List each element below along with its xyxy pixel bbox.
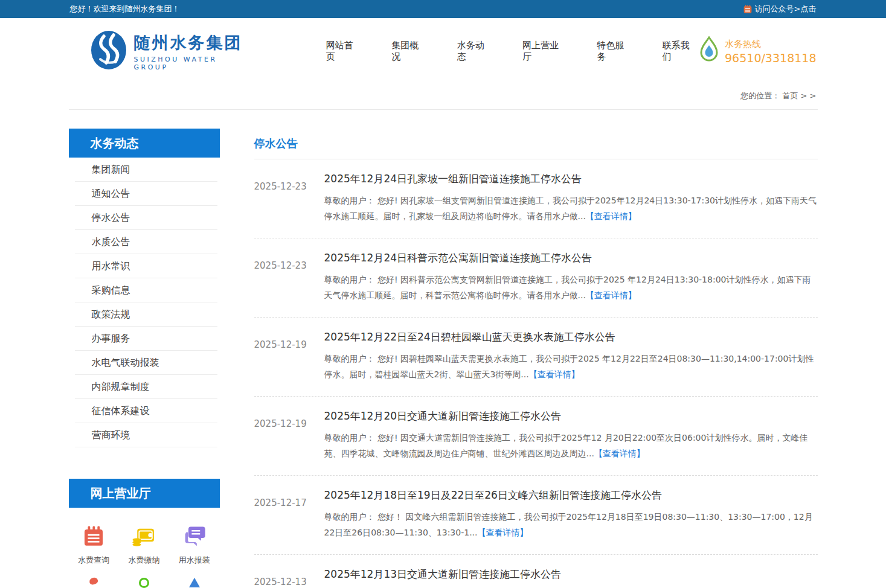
nav-item-contact[interactable]: 联系我们 [663, 40, 698, 63]
nav-item-home[interactable]: 网站首页 [326, 40, 362, 63]
sidebar-item-water-outage[interactable]: 停水公告 [75, 206, 217, 230]
shortcut-fee-query[interactable]: 水费查询 [69, 523, 119, 566]
notice-date: 2025-12-19 [254, 330, 324, 382]
chat-bubbles-icon [169, 523, 219, 548]
notice-date: 2025-12-23 [254, 172, 324, 224]
blue-triangle-icon[interactable] [169, 578, 219, 588]
notice-row: 2025-12-17 2025年12月18日至19日及22日至26日文峰六组新旧… [254, 476, 818, 555]
nav-item-services[interactable]: 特色服务 [597, 40, 632, 63]
main-nav: 网站首页 集团概况 水务动态 网上营业厅 特色服务 联系我们 [326, 40, 698, 63]
hotline-label: 水务热线 [725, 39, 816, 50]
hall-shortcuts: 水费查询 水费缴纳 [69, 508, 220, 566]
sidebar-item-procurement[interactable]: 采购信息 [75, 278, 217, 302]
notice-title-link[interactable]: 2025年12月13日交通大道新旧管连接施工停水公告 [324, 567, 818, 581]
nav-item-online-hall[interactable]: 网上营业厅 [522, 40, 567, 63]
logo-text: 随州水务集团 SUIZHOU WATER GROUP [134, 32, 255, 71]
notice-row: 2025-12-23 2025年12月24日孔家坡一组新旧管道连接施工停水公告 … [254, 159, 818, 238]
logo-icon [89, 29, 128, 74]
notice-title-link[interactable]: 2025年12月24日孔家坡一组新旧管道连接施工停水公告 [324, 172, 818, 186]
sidebar-item-joint-installation[interactable]: 水电气联动报装 [75, 351, 217, 375]
logo-title: 随州水务集团 [134, 32, 255, 54]
notice-excerpt: 尊敬的用户： 您好! 因科普示范公寓支管网新旧管道连接施工，我公司拟于2025 … [324, 275, 811, 300]
main-content: 停水公告 2025-12-23 2025年12月24日孔家坡一组新旧管道连接施工… [254, 129, 818, 588]
sidebar: 水务动态 集团新闻 通知公告 停水公告 水质公告 用水常识 采购信息 政策法规 … [69, 129, 220, 588]
view-details-link[interactable]: 【查看详情】 [529, 369, 580, 379]
sidebar-item-water-quality[interactable]: 水质公告 [75, 230, 217, 254]
shortcut-fee-pay[interactable]: 水费缴纳 [119, 523, 169, 566]
sidebar-item-group-news[interactable]: 集团新闻 [75, 158, 217, 182]
notice-date: 2025-12-17 [254, 488, 324, 540]
shortcut-label: 水费缴纳 [119, 555, 169, 566]
notice-row: 2025-12-23 2025年12月24日科普示范公寓新旧管道连接施工停水公告… [254, 238, 818, 318]
sidebar-item-business-env[interactable]: 营商环境 [75, 423, 217, 447]
logo[interactable]: 随州水务集团 SUIZHOU WATER GROUP [89, 29, 255, 74]
notice-excerpt: 尊敬的用户： 您好! 因孔家坡一组支管网新旧管道连接施工，我公司拟于2025年1… [324, 196, 817, 221]
notice-title-link[interactable]: 2025年12月20日交通大道新旧管连接施工停水公告 [324, 409, 818, 423]
shortcut-label: 水费查询 [69, 555, 119, 566]
welcome-text: 您好！欢迎来到随州水务集团！ [70, 4, 180, 14]
notepad-icon [743, 4, 753, 14]
red-marker-icon[interactable] [69, 578, 119, 588]
sidebar-item-notices[interactable]: 通知公告 [75, 182, 217, 206]
notice-title-link[interactable]: 2025年12月22日至24日碧桂园翠山蓝天更换水表施工停水公告 [324, 330, 818, 344]
notice-row: 2025-12-13 2025年12月13日交通大道新旧管连接施工停水公告 尊敬… [254, 555, 818, 588]
site-header: 随州水务集团 SUIZHOU WATER GROUP 网站首页 集团概况 水务动… [0, 18, 886, 85]
hall-shortcuts-row2 [69, 566, 220, 588]
view-details-link[interactable]: 【查看详情】 [586, 290, 637, 300]
view-details-link[interactable]: 【查看详情】 [477, 528, 528, 537]
nav-item-news[interactable]: 水务动态 [457, 40, 493, 63]
sidebar-hall-title: 网上营业厅 [69, 479, 220, 508]
breadcrumb-trail: > > [801, 91, 817, 100]
notice-title-link[interactable]: 2025年12月18日至19日及22日至26日文峰六组新旧管连接施工停水公告 [324, 488, 818, 502]
hotline: 水务热线 96510/3318118 [698, 36, 816, 66]
notice-row: 2025-12-19 2025年12月20日交通大道新旧管连接施工停水公告 尊敬… [254, 397, 818, 476]
notepad-icon [69, 523, 119, 548]
view-details-link[interactable]: 【查看详情】 [594, 449, 645, 458]
sidebar-news-title: 水务动态 [69, 129, 220, 158]
shortcut-label: 用水报装 [169, 555, 219, 566]
notice-title-link[interactable]: 2025年12月24日科普示范公寓新旧管道连接施工停水公告 [324, 251, 818, 265]
notice-date: 2025-12-23 [254, 251, 324, 303]
notice-excerpt: 尊敬的用户： 您好! 因交通大道需新旧管连接施工，我公司拟于2025年12 月2… [324, 433, 808, 458]
notice-row: 2025-12-19 2025年12月22日至24日碧桂园翠山蓝天更换水表施工停… [254, 318, 818, 397]
breadcrumb-home-link[interactable]: 首页 [782, 91, 798, 100]
hotline-number: 96510/3318118 [725, 51, 816, 65]
breadcrumb: 您的位置： 首页 > > [69, 85, 818, 110]
nav-item-about[interactable]: 集团概况 [391, 40, 427, 63]
shortcut-water-install[interactable]: 用水报装 [169, 523, 219, 566]
notice-date: 2025-12-19 [254, 409, 324, 461]
notice-date: 2025-12-13 [254, 567, 324, 588]
wallet-icon [119, 523, 169, 548]
notice-excerpt: 尊敬的用户： 您好！ 因文峰六组需新旧管连接施工，我公司拟于2025年12月18… [324, 512, 813, 537]
sidebar-menu: 集团新闻 通知公告 停水公告 水质公告 用水常识 采购信息 政策法规 办事服务 … [69, 158, 220, 447]
green-ring-icon[interactable] [119, 578, 169, 588]
sidebar-item-policies[interactable]: 政策法规 [75, 302, 217, 327]
sidebar-item-service-guide[interactable]: 办事服务 [75, 327, 217, 351]
sidebar-item-internal-rules[interactable]: 内部规章制度 [75, 375, 217, 399]
public-account-link[interactable]: 访问公众号>点击 [743, 4, 817, 14]
topbar: 您好！欢迎来到随州水务集团！ 访问公众号>点击 [0, 0, 886, 18]
page-title: 停水公告 [254, 129, 818, 159]
view-details-link[interactable]: 【查看详情】 [586, 211, 637, 221]
sidebar-item-credit-system[interactable]: 征信体系建设 [75, 399, 217, 423]
logo-subtitle: SUIZHOU WATER GROUP [134, 56, 255, 71]
public-account-label: 访问公众号>点击 [755, 4, 817, 14]
water-drop-icon [698, 36, 720, 66]
sidebar-item-water-knowledge[interactable]: 用水常识 [75, 254, 217, 278]
breadcrumb-label: 您的位置： [740, 91, 780, 100]
